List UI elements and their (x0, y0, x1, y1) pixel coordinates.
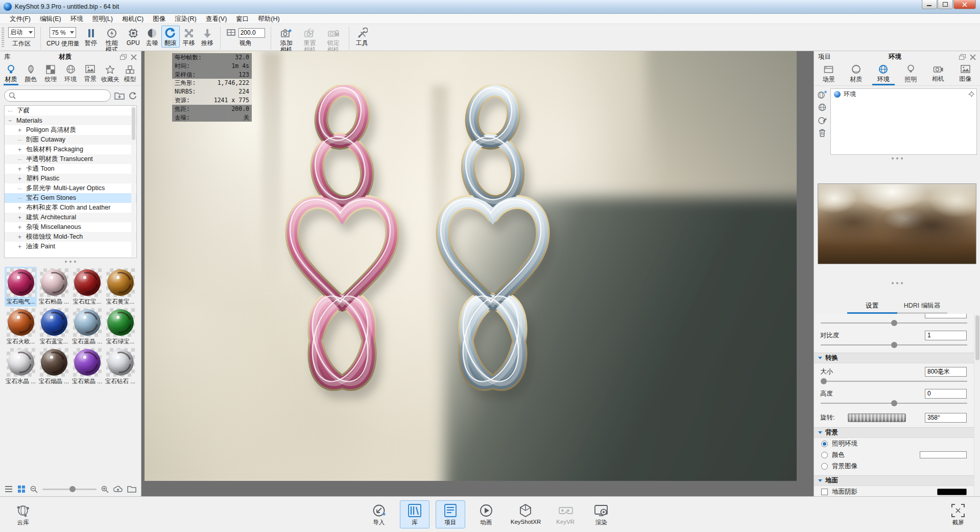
tab-camera[interactable]: 相机 (924, 63, 952, 85)
tumble-button[interactable]: 翻滚 (161, 26, 180, 48)
tree-item-materials-root[interactable]: −Materials (5, 115, 136, 125)
tree-item-mold-tech[interactable]: +模德蚀纹 Mold-Tech (5, 232, 136, 242)
expand-icon[interactable]: + (18, 146, 26, 153)
material-thumb[interactable]: 宝石蓝宝... (38, 307, 70, 346)
tab-colors[interactable]: 颜色 (21, 63, 41, 85)
material-thumb[interactable]: 宝石蓝晶 ... (71, 307, 103, 346)
material-thumb[interactable]: 宝石紫晶 ... (71, 346, 103, 386)
animation-button[interactable]: 动画 (471, 500, 501, 528)
radio-color[interactable] (821, 452, 828, 458)
material-thumb[interactable]: 宝石火欧... (5, 307, 37, 346)
list-view-icon[interactable] (5, 485, 13, 493)
bg-option-backplate-image[interactable]: 背景图像 (814, 460, 974, 472)
tree-item-translucent[interactable]: 半透明材质 Translucent (5, 154, 136, 164)
menu-camera[interactable]: 相机(C) (117, 14, 148, 24)
settings-scrollbar[interactable] (974, 314, 980, 496)
expand-icon[interactable]: + (18, 243, 26, 250)
import-button[interactable]: 导入 (364, 500, 394, 528)
menu-render[interactable]: 渲染(R) (170, 14, 201, 24)
rotation-input[interactable] (925, 413, 967, 423)
tree-item-downloads[interactable]: 下载 (5, 106, 136, 115)
tree-item-cloth-leather[interactable]: +布料和皮革 Cloth and Leather (5, 203, 136, 213)
pendant-pink[interactable] (281, 85, 403, 391)
project-splitter[interactable] (814, 280, 980, 286)
bg-option-lighting-environment[interactable]: 照明环境 (814, 438, 974, 449)
environment-list-item[interactable]: 环境 (831, 89, 976, 100)
tools-button[interactable]: 工具 (353, 26, 371, 48)
size-slider[interactable] (821, 378, 967, 384)
expand-icon[interactable]: + (18, 127, 26, 134)
refresh-icon[interactable] (128, 91, 137, 100)
render-button[interactable]: 渲染 (586, 500, 616, 528)
zoom-out-icon[interactable] (30, 485, 38, 493)
thumbnail-zoom-slider[interactable] (42, 489, 97, 490)
expand-icon[interactable]: + (18, 204, 26, 212)
radio-backplate-image[interactable] (821, 463, 828, 470)
minimize-button[interactable] (922, 0, 937, 9)
material-thumb[interactable]: 宝石粉晶 ... (38, 267, 70, 307)
contrast-input[interactable] (925, 331, 967, 340)
library-toggle-button[interactable]: 库 (400, 500, 429, 528)
cloud-library-button[interactable]: 云库 (8, 500, 38, 528)
tree-item-packaging[interactable]: +包装材料 Packaging (5, 145, 136, 154)
tab-environment[interactable]: 环境 (870, 63, 897, 85)
material-thumb[interactable]: 宝石黄宝... (104, 267, 136, 307)
keyshotxr-button[interactable]: KeyShotXR (507, 500, 544, 528)
pendant-blue[interactable] (432, 85, 554, 391)
radio-lighting-environment[interactable] (821, 441, 828, 447)
tree-item-gem-stones[interactable]: 宝石 Gem Stones (5, 193, 136, 203)
search-box[interactable] (4, 89, 111, 102)
import-folder-icon[interactable] (114, 91, 125, 100)
grid-view-icon[interactable] (17, 485, 26, 493)
expand-icon[interactable]: + (18, 234, 26, 241)
menu-view[interactable]: 查看(V) (201, 14, 232, 24)
lock-camera-button[interactable]: 锁定相机 (322, 26, 345, 54)
folder-icon[interactable] (127, 485, 136, 493)
contrast-slider[interactable] (821, 341, 967, 348)
size-input[interactable] (925, 367, 967, 377)
gpu-button[interactable]: GPU (124, 26, 143, 48)
tab-models[interactable]: 模型 (120, 63, 140, 85)
pan-button[interactable]: 平移 (180, 26, 198, 48)
expand-icon[interactable]: + (18, 175, 26, 182)
height-slider[interactable] (821, 400, 967, 406)
close-panel-icon[interactable] (131, 54, 137, 60)
edit-environment-icon[interactable] (818, 116, 827, 124)
scrollbar-thumb[interactable] (975, 315, 979, 360)
material-thumb[interactable]: 宝石烟晶 ... (38, 346, 70, 386)
screenshot-button[interactable]: 截屏 (943, 500, 973, 528)
height-input[interactable] (925, 389, 967, 399)
fov-input[interactable] (238, 28, 265, 38)
material-thumb[interactable]: 宝石绿宝... (104, 307, 136, 346)
tab-environments[interactable]: 环境 (61, 63, 81, 85)
toolbar-drag-handle[interactable] (2, 27, 4, 48)
maximize-button[interactable] (938, 0, 953, 9)
pin-icon[interactable] (968, 91, 974, 97)
close-button[interactable] (953, 0, 976, 9)
tab-image[interactable]: 图像 (952, 63, 979, 85)
material-thumb[interactable]: 宝石电气... (5, 267, 37, 307)
tree-item-paint[interactable]: +油漆 Paint (5, 242, 136, 251)
tree-item-cutaway[interactable]: 剖面 Cutaway (5, 135, 136, 145)
ground-shadow-option[interactable]: 地面阴影 (814, 486, 974, 496)
tab-lighting[interactable]: 照明 (897, 63, 925, 85)
float-panel-icon[interactable] (120, 54, 127, 60)
library-splitter[interactable] (0, 258, 141, 265)
menu-file[interactable]: 文件(F) (5, 14, 35, 24)
menu-edit[interactable]: 编辑(E) (35, 14, 66, 24)
environment-sphere-icon[interactable] (818, 103, 826, 111)
tab-settings[interactable]: 设置 (847, 302, 897, 314)
menu-help[interactable]: 帮助(H) (253, 14, 284, 24)
rotation-thumbwheel[interactable] (848, 413, 906, 422)
reset-camera-button[interactable]: 重置相机 (298, 26, 322, 54)
hdri-preview[interactable] (818, 183, 976, 264)
brightness-slider[interactable] (821, 319, 967, 326)
cpu-usage-select[interactable]: 75 % (50, 27, 76, 38)
cloud-upload-icon[interactable] (113, 485, 123, 493)
project-splitter[interactable] (814, 155, 980, 161)
tree-item-toon[interactable]: +卡通 Toon (5, 164, 136, 174)
bg-option-color[interactable]: 颜色 (814, 449, 974, 460)
pause-button[interactable]: 暂停 (82, 26, 100, 48)
zoom-in-icon[interactable] (101, 485, 109, 493)
slider-handle[interactable] (891, 342, 897, 348)
